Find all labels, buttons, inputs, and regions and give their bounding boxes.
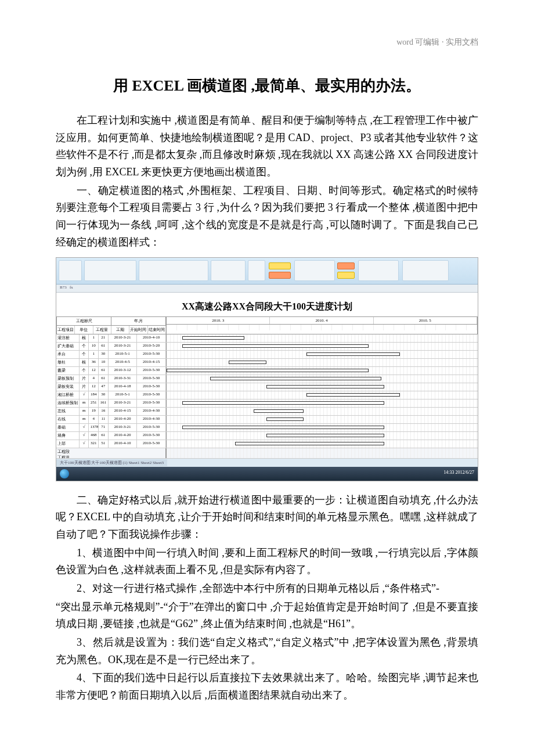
gantt-cell: 2010-5-30 bbox=[137, 367, 166, 375]
paragraph-step2-4: 4、下面的我们选中日起行以后直接拉下去效果就出来了。哈哈。绘图完毕 ,调节起来也… bbox=[56, 669, 478, 704]
gantt-cell: 61 bbox=[99, 343, 109, 350]
gantt-cell: 片 bbox=[80, 375, 89, 383]
col-3: 工期 bbox=[111, 326, 129, 334]
gantt-row: 灌注桩根1212010-3-212010-4-10 bbox=[56, 334, 478, 343]
gantt-cell: 30 bbox=[99, 391, 109, 399]
gantt-cell: 墩柱 bbox=[56, 359, 80, 366]
gantt-cell: 根 bbox=[80, 359, 89, 366]
paragraph-step2-intro: 二、确定好格式以后 ,就开始进行横道图中最重要的一步：让横道图自动填充 ,什么办… bbox=[56, 492, 478, 543]
gantt-cell: 2010-3-31 bbox=[109, 375, 138, 383]
gantt-cell: 连续桥预制 bbox=[56, 399, 80, 407]
gantt-cell: 2010-5-20 bbox=[137, 343, 166, 350]
gantt-cell: 19 bbox=[89, 408, 99, 415]
gantt-bar bbox=[266, 417, 304, 421]
excel-ribbon bbox=[56, 258, 478, 285]
gantt-cell: 10 bbox=[89, 343, 99, 350]
gantt-cell: √ bbox=[80, 440, 89, 448]
gantt-title: XX高速公路XX合同段大干100天进度计划 bbox=[56, 293, 478, 316]
paragraph-step2-2b: “突出显示单元格规则”-“介于”在弹出的窗口中 ,介于起始值肯定是开始时间了 ,… bbox=[56, 599, 478, 633]
gantt-bar bbox=[210, 377, 381, 380]
gantt-cell: 1 bbox=[89, 334, 99, 342]
gantt-bar bbox=[306, 393, 400, 397]
gantt-cell: 个 bbox=[80, 351, 89, 358]
gantt-cell: 2010-4-10 bbox=[109, 440, 138, 448]
gantt-cell: 2010-5-1 bbox=[109, 351, 138, 358]
paragraph-step2-1: 1、横道图中中间一行填入时间 ,要和上面工程标尺的时间一致哦 ,一行填完以后 ,… bbox=[56, 545, 478, 579]
gantt-cell: 2010-4-20 bbox=[109, 416, 138, 423]
paragraph-step2-2a: 2、对这一行进行格式操作 ,全部选中本行中所有的日期单元格以后 ,“条件格式”- bbox=[56, 580, 478, 597]
gantt-cell: 321 bbox=[89, 440, 99, 448]
gantt-cell: 468 bbox=[89, 432, 99, 440]
taskbar-clock: 14:33 2012/6/27 bbox=[443, 470, 474, 475]
gantt-cell: 个 bbox=[80, 343, 89, 350]
gantt-cell: 61 bbox=[99, 375, 109, 383]
gantt-cell: 上部 bbox=[56, 440, 80, 448]
col-1: 单位 bbox=[75, 326, 93, 334]
gantt-cell: 251 bbox=[89, 399, 99, 407]
gantt-row: 连续桥预制m2511612010-3-212010-5-30 bbox=[56, 399, 478, 408]
gantt-cell: 2010-5-30 bbox=[137, 375, 166, 383]
paragraph-step1: 一、确定横道图的格式 ,外围框架、工程项目、日期、时间等形式。确定格式的时候特别… bbox=[56, 182, 478, 251]
gantt-bar bbox=[182, 336, 244, 340]
scale-sub: 年.月 bbox=[111, 317, 166, 325]
excel-screenshot: B73 fx XX高速公路XX合同段大干100天进度计划 工程标尺 年.月 工程… bbox=[56, 257, 478, 481]
gantt-bar bbox=[182, 426, 384, 429]
col-2: 工程量 bbox=[93, 326, 111, 334]
gantt-cell: 36 bbox=[89, 359, 99, 366]
gantt-cell: 2010-5-1 bbox=[109, 391, 138, 399]
gantt-row: 梁板预制片4612010-3-312010-5-30 bbox=[56, 375, 478, 383]
gantt-cell: 2010-4-20 bbox=[109, 432, 138, 440]
gantt-row: 盖梁个12612010-3-122010-5-30 bbox=[56, 367, 478, 375]
col-4: 开始时间 bbox=[129, 326, 147, 334]
gantt-bar bbox=[229, 361, 266, 364]
gantt-cell: 2010-4-15 bbox=[109, 408, 138, 415]
windows-taskbar: 14:33 2012/6/27 bbox=[56, 467, 478, 481]
gantt-cell: 梁板安装 bbox=[56, 383, 80, 391]
gantt-bar bbox=[266, 385, 385, 388]
gantt-cell: 1378 bbox=[89, 424, 99, 431]
gantt-cell: 30 bbox=[99, 351, 109, 358]
days-grid bbox=[167, 325, 477, 330]
gantt-cell: √ bbox=[80, 432, 89, 440]
gantt-body: 灌注桩根1212010-3-212010-4-10扩大基础个10612010-3… bbox=[56, 334, 478, 448]
gantt-row: 上部√321512010-4-102010-5-30 bbox=[56, 440, 478, 448]
gantt-cell: 61 bbox=[99, 432, 109, 440]
gantt-cell: 2010-5-30 bbox=[137, 424, 166, 431]
gantt-cell: 12 bbox=[89, 383, 99, 391]
gantt-cell: 21 bbox=[99, 334, 109, 342]
gantt-cell: 左线 bbox=[56, 408, 80, 415]
gantt-cell: 4 bbox=[89, 375, 99, 383]
gantt-cell: 11 bbox=[99, 416, 109, 423]
gantt-bar bbox=[167, 369, 369, 372]
doc-title: 用 EXCEL 画横道图 ,最简单、最实用的办法。 bbox=[56, 75, 478, 96]
sheet-tabs: 大干100天横道图 大干100天横道图 (1) Sheet1 Sheet2 Sh… bbox=[56, 459, 167, 466]
gantt-cell: 184 bbox=[89, 391, 99, 399]
gantt-row: 墩柱根36102010-4-52010-4-15 bbox=[56, 359, 478, 367]
gantt-cell: 4 bbox=[89, 416, 99, 423]
gantt-cell: m bbox=[80, 408, 89, 415]
gantt-cell: 47 bbox=[99, 383, 109, 391]
gantt-cell: 51 bbox=[99, 440, 109, 448]
gantt-cell: 2010-3-12 bbox=[109, 367, 138, 375]
gantt-row: 基础√1378712010-3-212010-5-30 bbox=[56, 424, 478, 432]
gantt-cell: 161 bbox=[99, 399, 109, 407]
gantt-cell: 10 bbox=[99, 359, 109, 366]
gantt-cell: 墙身 bbox=[56, 432, 80, 440]
gantt-cell: √ bbox=[80, 391, 89, 399]
gantt-cell: 基础 bbox=[56, 424, 80, 431]
gantt-cell: 2010-5-30 bbox=[137, 383, 166, 391]
gantt-bar bbox=[254, 409, 304, 413]
gantt-cell: 2010-5-30 bbox=[137, 351, 166, 358]
scale-label: 工程标尺 bbox=[57, 317, 111, 325]
gantt-cell: 湘江桥桩 bbox=[56, 391, 80, 399]
gantt-bar bbox=[182, 344, 369, 348]
gantt-row: 扩大基础个10612010-3-212010-5-20 bbox=[56, 343, 478, 351]
gantt-cell: 2010-4-15 bbox=[137, 359, 166, 366]
gantt-cell: 71 bbox=[99, 424, 109, 431]
gantt-cell: m bbox=[80, 416, 89, 423]
gantt-cell: 承台 bbox=[56, 351, 80, 358]
excel-namebox: B73 fx bbox=[56, 285, 478, 293]
gantt-cell: 61 bbox=[99, 367, 109, 375]
gantt-cell: 扩大基础 bbox=[56, 343, 80, 350]
gantt-cell: 2010-5-30 bbox=[137, 432, 166, 440]
